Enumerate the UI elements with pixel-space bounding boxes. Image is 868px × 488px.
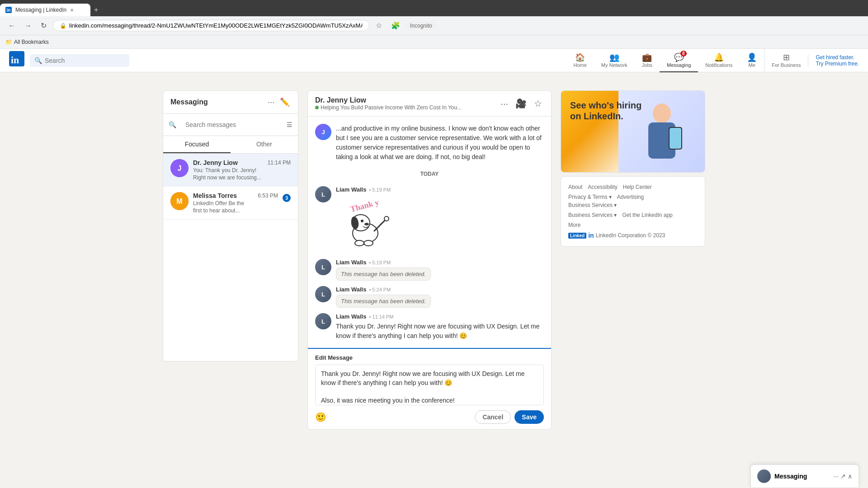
conv-header-jenny: Dr. Jenny Liow 11:14 PM: [193, 159, 291, 166]
svg-point-16: [653, 103, 671, 123]
refresh-button[interactable]: ↻: [38, 19, 49, 32]
new-tab-button[interactable]: +: [90, 6, 102, 14]
sidebar-more-button[interactable]: ···: [267, 96, 275, 108]
tab-title: Messaging | LinkedIn: [15, 7, 66, 13]
msg-avatar-liam-3: L: [315, 286, 331, 302]
footer-link-adchoices[interactable]: Advertising: [617, 194, 644, 200]
right-sidebar: See who's hiringon LinkedIn.: [561, 90, 705, 430]
tab-close-button[interactable]: ✕: [70, 8, 74, 13]
sidebar-actions: ··· ✏️: [267, 96, 291, 108]
chat-header: Dr. Jenny Liow Helping You Build Passive…: [308, 91, 551, 117]
star-button[interactable]: ☆: [532, 96, 544, 111]
messaging-badge: 8: [680, 51, 687, 56]
tab-focused[interactable]: Focused: [163, 136, 231, 153]
message-jenny-partial: J ...and productive in my online busines…: [315, 124, 544, 162]
edit-message-textarea[interactable]: Thank you Dr. Jenny! Right now we are fo…: [315, 365, 544, 405]
mini-more-button[interactable]: ···: [833, 473, 839, 479]
premium-link-1[interactable]: Get hired faster.: [816, 54, 859, 61]
footer-link-app[interactable]: Get the LinkedIn app: [622, 212, 672, 218]
address-input[interactable]: [69, 22, 363, 29]
msg-sender-liam-3: Liam Walls: [336, 286, 366, 293]
msg-header-liam-sticker: Liam Walls • 5:19 PM: [336, 186, 544, 193]
bookmark-label[interactable]: All Bookmarks: [14, 39, 49, 45]
conv-time-melissa: 6:53 PM: [258, 192, 278, 199]
linkedin-logo[interactable]: in: [9, 51, 24, 70]
conversation-melissa[interactable]: M Melissa Torres 6:53 PM LinkedIn Offer …: [163, 187, 298, 220]
ad-headline: See who's hiringon LinkedIn.: [570, 100, 642, 122]
emoji-picker-button[interactable]: 🙂: [315, 412, 326, 422]
chat-contact-info: Dr. Jenny Liow Helping You Build Passive…: [315, 96, 462, 111]
back-button[interactable]: ←: [5, 20, 18, 32]
search-input[interactable]: [45, 57, 117, 64]
msg-content-liam-last: Liam Walls • 11:14 PM Thank you Dr. Jenn…: [336, 313, 544, 341]
conversation-jenny[interactable]: J Dr. Jenny Liow 11:14 PM You: Thank you…: [163, 154, 298, 187]
nav-messaging[interactable]: 💬 8 Messaging: [660, 49, 698, 72]
nav-business-label: For Business: [772, 62, 801, 68]
secure-icon: 🔒: [60, 23, 66, 29]
msg-content-jenny-partial: ...and productive in my online business.…: [336, 124, 544, 162]
nav-notifications[interactable]: 🔔 Notifications: [698, 49, 740, 72]
edit-message-label: Edit Message: [315, 354, 544, 361]
nav-for-business[interactable]: ⊞ For Business: [764, 49, 808, 72]
nav-me-label: Me: [749, 62, 755, 68]
msg-content-liam-deleted-1: Liam Walls • 5:19 PM This message has be…: [336, 259, 544, 281]
mini-messaging-header[interactable]: Messaging ··· ↗ ∧: [751, 465, 859, 479]
conv-preview2-jenny: Right now we are focusing...: [193, 174, 291, 181]
mini-avatar: [757, 469, 771, 479]
msg-header-liam-last: Liam Walls • 11:14 PM: [336, 313, 544, 320]
edit-buttons: Cancel Save: [475, 410, 544, 424]
footer-link-business[interactable]: Business Services ▾: [568, 212, 617, 218]
forward-button[interactable]: →: [22, 20, 34, 32]
tab-other[interactable]: Other: [231, 136, 298, 153]
footer-link-about[interactable]: About: [568, 184, 582, 190]
conv-content-melissa: Melissa Torres 6:53 PM LinkedIn Offer Be…: [193, 192, 278, 214]
copyright-text: LinkedIn Corporation © 2023: [596, 232, 665, 239]
nav-network[interactable]: 👥 My Network: [594, 49, 635, 72]
search-messages-input[interactable]: [180, 117, 283, 132]
mini-messaging-popup: Messaging ··· ↗ ∧: [750, 465, 859, 479]
address-bar[interactable]: 🔒: [53, 20, 369, 31]
msg-content-liam-deleted-2: Liam Walls • 5:24 PM This message has be…: [336, 286, 544, 308]
msg-time-liam-1: • 5:19 PM: [369, 187, 391, 192]
svg-text:M: M: [176, 197, 182, 205]
mini-expand-button[interactable]: ↗: [840, 473, 846, 479]
extensions-button[interactable]: 🧩: [388, 19, 403, 32]
conv-content-jenny: Dr. Jenny Liow 11:14 PM You: Thank you D…: [193, 159, 291, 181]
sidebar-search-icon: 🔍: [169, 121, 176, 128]
browser-controls: ← → ↻ 🔒 ☆ 🧩 Incognito: [0, 16, 868, 35]
date-divider-label: TODAY: [420, 171, 439, 177]
sidebar-search-bar: 🔍 ☰: [163, 114, 298, 136]
grid-icon: ⊞: [783, 52, 790, 62]
premium-link-2[interactable]: Try Premium free.: [816, 61, 859, 67]
nav-items: 🏠 Home 👥 My Network 💼 Jobs 💬 8 Messaging…: [566, 49, 859, 72]
nav-home[interactable]: 🏠 Home: [566, 49, 594, 72]
footer-link-accessibility[interactable]: Accessibility: [588, 184, 617, 190]
compose-button[interactable]: ✏️: [279, 96, 291, 108]
msg-content-liam-sticker: Liam Walls • 5:19 PM Thank y: [336, 186, 544, 253]
footer-link-advertising[interactable]: Business Services ▾: [568, 202, 617, 208]
more-options-button[interactable]: ···: [499, 97, 510, 111]
footer-link-privacy[interactable]: Privacy & Terms ▾: [568, 194, 612, 200]
cancel-button[interactable]: Cancel: [475, 410, 511, 424]
video-call-button[interactable]: 🎥: [514, 96, 528, 111]
active-tab[interactable]: in Messaging | LinkedIn ✕: [0, 4, 90, 16]
mini-collapse-button[interactable]: ∧: [848, 473, 852, 479]
save-button[interactable]: Save: [514, 410, 544, 424]
svg-point-14: [355, 240, 364, 246]
tab-favicon: in: [5, 7, 12, 13]
bookmark-icon: 📁: [5, 39, 12, 45]
nav-me[interactable]: 👤 Me: [740, 49, 764, 72]
footer-row-2: Privacy & Terms ▾ Advertising Business S…: [568, 194, 698, 208]
footer-link-help[interactable]: Help Center: [623, 184, 652, 190]
mini-messaging-title: Messaging: [774, 473, 830, 479]
nav-jobs-label: Jobs: [642, 62, 652, 68]
bookmark-button[interactable]: ☆: [373, 19, 385, 32]
msg-sender-liam-2: Liam Walls: [336, 259, 366, 266]
date-divider-today: TODAY: [315, 171, 544, 177]
nav-jobs[interactable]: 💼 Jobs: [635, 49, 660, 72]
footer-links: About Accessibility Help Center Privacy …: [561, 176, 705, 247]
nav-search-box[interactable]: 🔍: [30, 54, 129, 67]
filter-button[interactable]: ☰: [287, 121, 292, 128]
footer-link-more[interactable]: More: [568, 222, 580, 228]
footer-row-1: About Accessibility Help Center: [568, 184, 698, 190]
